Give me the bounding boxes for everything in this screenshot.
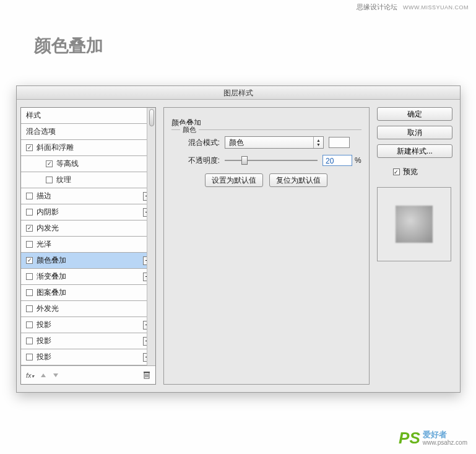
slider-track — [225, 160, 318, 161]
style-label: 斜面和浮雕 — [37, 142, 74, 153]
style-label: 投影 — [37, 320, 51, 330]
style-checkbox[interactable] — [26, 338, 33, 344]
trash-icon[interactable] — [143, 371, 150, 379]
style-label: 样式 — [26, 110, 41, 121]
style-label: 颜色叠加 — [37, 255, 66, 266]
opacity-suffix: % — [355, 156, 361, 165]
fx-icon[interactable]: fx▾ — [26, 372, 34, 379]
style-row[interactable]: 投影+ — [21, 333, 155, 349]
preview-checkbox-row[interactable]: 预览 — [377, 167, 452, 177]
styles-list: 样式混合选项斜面和浮雕等高线纹理描边+内阴影+内发光光泽颜色叠加+渐变叠加+图案… — [21, 108, 155, 365]
arrow-up-icon[interactable] — [40, 372, 46, 378]
watermark-bottom: PS 爱好者 www.psahz.com — [399, 429, 467, 448]
style-checkbox[interactable] — [26, 289, 33, 296]
style-row[interactable]: 纹理 — [21, 172, 155, 188]
ps-logo: PS — [399, 429, 420, 448]
style-checkbox[interactable] — [26, 257, 33, 264]
watermark-top: 思缘设计论坛 WWW.MISSYUAN.COM — [357, 2, 469, 12]
style-label: 投影 — [37, 352, 51, 362]
watermark-site: 思缘设计论坛 — [357, 3, 397, 11]
select-arrows-icon: ▲▼ — [313, 137, 323, 148]
set-default-button[interactable]: 设置为默认值 — [205, 173, 263, 187]
style-checkbox[interactable] — [46, 160, 53, 167]
style-checkbox[interactable] — [26, 209, 33, 216]
style-checkbox[interactable] — [26, 225, 33, 232]
opacity-label: 不透明度: — [171, 155, 220, 166]
layer-style-dialog: 图层样式 样式混合选项斜面和浮雕等高线纹理描边+内阴影+内发光光泽颜色叠加+渐变… — [16, 85, 461, 393]
opacity-slider[interactable] — [225, 156, 318, 165]
style-checkbox[interactable] — [26, 354, 33, 360]
slider-thumb[interactable] — [241, 156, 248, 165]
blend-mode-select[interactable]: 颜色 ▲▼ — [225, 136, 324, 149]
svg-rect-1 — [144, 372, 150, 373]
style-label: 内发光 — [37, 223, 59, 234]
reset-default-button[interactable]: 复位为默认值 — [269, 173, 327, 187]
preview-thumbnail — [377, 187, 451, 261]
style-label: 内阴影 — [37, 207, 59, 217]
opacity-input[interactable]: 20 — [322, 155, 352, 166]
style-label: 纹理 — [56, 175, 71, 185]
blend-mode-label: 混合模式: — [171, 138, 220, 148]
style-label: 外发光 — [37, 303, 59, 314]
style-checkbox[interactable] — [26, 321, 33, 328]
style-label: 图案叠加 — [37, 287, 66, 298]
opacity-row: 不透明度: 20 % — [171, 155, 361, 166]
style-checkbox[interactable] — [26, 241, 33, 248]
styles-panel: 样式混合选项斜面和浮雕等高线纹理描边+内阴影+内发光光泽颜色叠加+渐变叠加+图案… — [20, 107, 156, 385]
color-overlay-group: 颜色叠加 颜色 混合模式: 颜色 ▲▼ 不透明度: — [171, 118, 361, 187]
ps-url: www.psahz.com — [423, 439, 467, 446]
scrollbar[interactable] — [147, 108, 155, 365]
scroll-thumb[interactable] — [149, 109, 154, 126]
style-label: 渐变叠加 — [37, 271, 66, 282]
section-title: 颜色叠加 — [171, 118, 361, 128]
style-row[interactable]: 内阴影+ — [21, 204, 155, 220]
style-label: 等高线 — [56, 159, 79, 169]
style-row[interactable]: 等高线 — [21, 156, 155, 172]
style-checkbox[interactable] — [26, 144, 33, 151]
style-row[interactable]: 斜面和浮雕 — [21, 140, 155, 156]
style-row[interactable]: 投影+ — [21, 317, 155, 333]
blend-mode-value: 颜色 — [229, 138, 244, 148]
style-row[interactable]: 样式 — [21, 108, 155, 124]
style-row[interactable]: 渐变叠加+ — [21, 269, 155, 285]
style-label: 投影 — [37, 336, 51, 346]
new-style-button[interactable]: 新建样式... — [377, 144, 452, 158]
preview-swatch — [396, 206, 433, 243]
style-checkbox[interactable] — [26, 273, 33, 280]
style-checkbox[interactable] — [26, 193, 33, 199]
cancel-button[interactable]: 取消 — [377, 126, 452, 139]
style-checkbox[interactable] — [26, 305, 33, 312]
style-row[interactable]: 光泽 — [21, 237, 155, 253]
subsection-title: 颜色 — [180, 125, 199, 134]
style-row[interactable]: 描边+ — [21, 188, 155, 204]
style-row[interactable]: 投影+ — [21, 349, 155, 365]
color-subgroup: 颜色 混合模式: 颜色 ▲▼ 不透明度: — [171, 129, 361, 187]
watermark-url: WWW.MISSYUAN.COM — [403, 4, 469, 11]
ps-text: 爱好者 www.psahz.com — [423, 430, 467, 446]
style-label: 混合选项 — [26, 126, 56, 137]
settings-panel: 颜色叠加 颜色 混合模式: 颜色 ▲▼ 不透明度: — [163, 107, 370, 385]
blend-mode-row: 混合模式: 颜色 ▲▼ — [171, 136, 361, 149]
style-row[interactable]: 图案叠加 — [21, 285, 155, 301]
dialog-titlebar: 图层样式 — [17, 86, 460, 100]
action-panel: 确定 取消 新建样式... 预览 — [377, 107, 452, 385]
color-swatch[interactable] — [329, 137, 350, 148]
dialog-body: 样式混合选项斜面和浮雕等高线纹理描边+内阴影+内发光光泽颜色叠加+渐变叠加+图案… — [17, 100, 460, 392]
style-checkbox[interactable] — [46, 177, 53, 183]
style-label: 描边 — [37, 191, 51, 201]
default-buttons-row: 设置为默认值 复位为默认值 — [171, 173, 361, 187]
styles-footer: fx▾ — [21, 365, 155, 384]
arrow-down-icon[interactable] — [53, 372, 59, 378]
preview-label: 预览 — [403, 167, 418, 177]
style-row[interactable]: 外发光 — [21, 301, 155, 317]
style-label: 光泽 — [37, 239, 51, 250]
preview-checkbox[interactable] — [393, 168, 400, 175]
page-title: 颜色叠加 — [34, 34, 103, 58]
style-row[interactable]: 内发光 — [21, 220, 155, 237]
style-row[interactable]: 混合选项 — [21, 124, 155, 140]
ok-button[interactable]: 确定 — [377, 107, 452, 121]
ps-cn: 爱好者 — [423, 430, 467, 439]
style-row[interactable]: 颜色叠加+ — [21, 253, 155, 269]
